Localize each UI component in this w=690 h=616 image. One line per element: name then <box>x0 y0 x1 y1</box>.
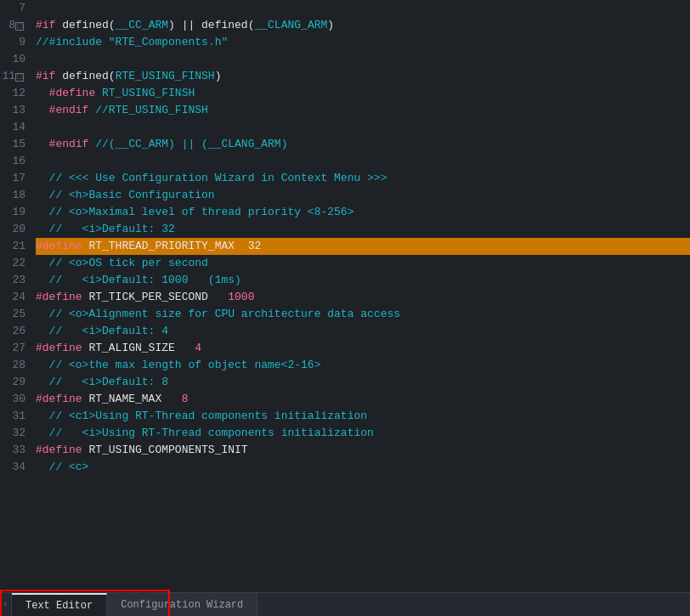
code-token: #define <box>36 240 82 252</box>
ln-19: 19 <box>0 204 32 221</box>
code-line-16 <box>36 153 690 170</box>
fold-icon-11[interactable]: □ <box>15 73 24 82</box>
code-token: #define <box>36 393 82 405</box>
ln-28: 28 <box>0 357 32 374</box>
code-token: #define <box>36 444 82 456</box>
code-token: // <c> <box>36 461 88 473</box>
code-token: // <i>Using RT-Thread components initial… <box>36 427 374 439</box>
code-token: RT_ALIGN_SIZE <box>82 342 195 354</box>
code-line-34: // <c> <box>36 459 690 476</box>
ln-29: 29 <box>0 374 32 391</box>
code-line-12: #define RT_USING_FINSH <box>36 85 690 102</box>
code-token: #define <box>36 291 82 303</box>
code-line-14 <box>36 119 690 136</box>
code-token: RT_THREAD_PRIORITY_MAX 32 <box>82 240 262 252</box>
code-line-29: // <i>Default: 8 <box>36 374 690 391</box>
code-token: #endif <box>49 138 89 150</box>
code-token: defined( <box>55 70 115 82</box>
ln-27: 27 <box>0 340 32 357</box>
code-token: ) || defined( <box>168 19 254 31</box>
code-token: RT_USING_FINSH <box>95 87 195 99</box>
code-content[interactable]: #if defined(__CC_ARM) || defined(__CLANG… <box>32 0 690 592</box>
line-numbers: 7 8□ 9 10 11□ 12 13 14 15 16 17 18 19 20… <box>0 0 32 592</box>
code-line-9: //#include "RTE_Components.h" <box>36 34 690 51</box>
code-token: ) <box>327 19 334 31</box>
tab-text-editor[interactable]: Text Editor <box>12 593 107 616</box>
ln-9: 9 <box>0 34 32 51</box>
code-token <box>36 87 49 99</box>
tab-configuration-wizard[interactable]: Configuration Wizard <box>107 593 257 616</box>
ln-24: 24 <box>0 289 32 306</box>
code-line-30: #define RT_NAME_MAX 8 <box>36 391 690 408</box>
code-token: // <i>Default: 32 <box>36 223 175 235</box>
code-token: #define <box>49 87 96 99</box>
ln-25: 25 <box>0 306 32 323</box>
code-line-26: // <i>Default: 4 <box>36 323 690 340</box>
ln-23: 23 <box>0 272 32 289</box>
ln-8: 8□ <box>0 17 32 34</box>
code-token: RT_NAME_MAX <box>82 393 182 405</box>
code-line-11: #if defined(RTE_USING_FINSH) <box>36 68 690 85</box>
code-editor: 7 8□ 9 10 11□ 12 13 14 15 16 17 18 19 20… <box>0 0 690 592</box>
code-line-17: // <<< Use Configuration Wizard in Conte… <box>36 170 690 187</box>
code-token: // <o>the max length of object name<2-16… <box>36 359 320 371</box>
code-line-25: // <o>Alignment size for CPU architectur… <box>36 306 690 323</box>
code-token: //#include "RTE_Components.h" <box>36 36 228 48</box>
code-token: // <h>Basic Configuration <box>36 189 215 201</box>
ln-15: 15 <box>0 136 32 153</box>
code-token: // <o>Alignment size for CPU architectur… <box>36 308 400 320</box>
code-token: __CC_ARM <box>116 19 168 31</box>
code-token: RT_USING_COMPONENTS_INIT <box>82 444 248 456</box>
code-line-7 <box>36 0 690 17</box>
code-token: #define <box>36 342 82 354</box>
code-token: #if <box>36 19 55 31</box>
code-token: RTE_USING_FINSH <box>116 70 215 82</box>
fold-icon-8[interactable]: □ <box>15 22 24 31</box>
code-token: // <i>Default: 1000 (1ms) <box>36 274 241 286</box>
code-token: RT_TICK_PER_SECOND <box>82 291 229 303</box>
ln-31: 31 <box>0 408 32 425</box>
ln-33: 33 <box>0 442 32 459</box>
code-token: // <i>Default: 8 <box>36 376 168 388</box>
code-token: // <<< Use Configuration Wizard in Conte… <box>36 172 387 184</box>
ln-34: 34 <box>0 459 32 476</box>
code-line-23: // <i>Default: 1000 (1ms) <box>36 272 690 289</box>
code-token: #endif <box>49 104 89 116</box>
ln-30: 30 <box>0 391 32 408</box>
code-line-22: // <o>OS tick per second <box>36 255 690 272</box>
code-token: __CLANG_ARM <box>254 19 327 31</box>
tab-bar: ‹ Text Editor Configuration Wizard <box>0 592 690 616</box>
code-token: // <o>OS tick per second <box>36 257 208 269</box>
ln-11: 11□ <box>0 68 32 85</box>
code-line-28: // <o>the max length of object name<2-16… <box>36 357 690 374</box>
code-token: ) <box>215 70 222 82</box>
code-line-32: // <i>Using RT-Thread components initial… <box>36 425 690 442</box>
code-line-33: #define RT_USING_COMPONENTS_INIT <box>36 442 690 459</box>
ln-16: 16 <box>0 153 32 170</box>
code-token: //RTE_USING_FINSH <box>88 104 207 116</box>
code-line-21: #define RT_THREAD_PRIORITY_MAX 32 <box>36 238 690 255</box>
ln-20: 20 <box>0 221 32 238</box>
code-token <box>36 104 49 116</box>
ln-7: 7 <box>0 0 32 17</box>
code-line-15: #endif //(__CC_ARM) || (__CLANG_ARM) <box>36 136 690 153</box>
code-line-13: #endif //RTE_USING_FINSH <box>36 102 690 119</box>
code-line-18: // <h>Basic Configuration <box>36 187 690 204</box>
tab-scroll-left[interactable]: ‹ <box>0 593 12 616</box>
code-token: 8 <box>182 393 189 405</box>
ln-10: 10 <box>0 51 32 68</box>
code-token: #if <box>36 70 55 82</box>
ln-12: 12 <box>0 85 32 102</box>
ln-14: 14 <box>0 119 32 136</box>
code-line-20: // <i>Default: 32 <box>36 221 690 238</box>
code-token: // <o>Maximal level of thread priority <… <box>36 206 353 218</box>
code-token: defined( <box>55 19 115 31</box>
code-token: 4 <box>195 342 201 354</box>
code-token <box>36 138 49 150</box>
ln-13: 13 <box>0 102 32 119</box>
ln-17: 17 <box>0 170 32 187</box>
code-line-27: #define RT_ALIGN_SIZE 4 <box>36 340 690 357</box>
ln-22: 22 <box>0 255 32 272</box>
code-token: // <i>Default: 4 <box>36 325 168 337</box>
ln-32: 32 <box>0 425 32 442</box>
